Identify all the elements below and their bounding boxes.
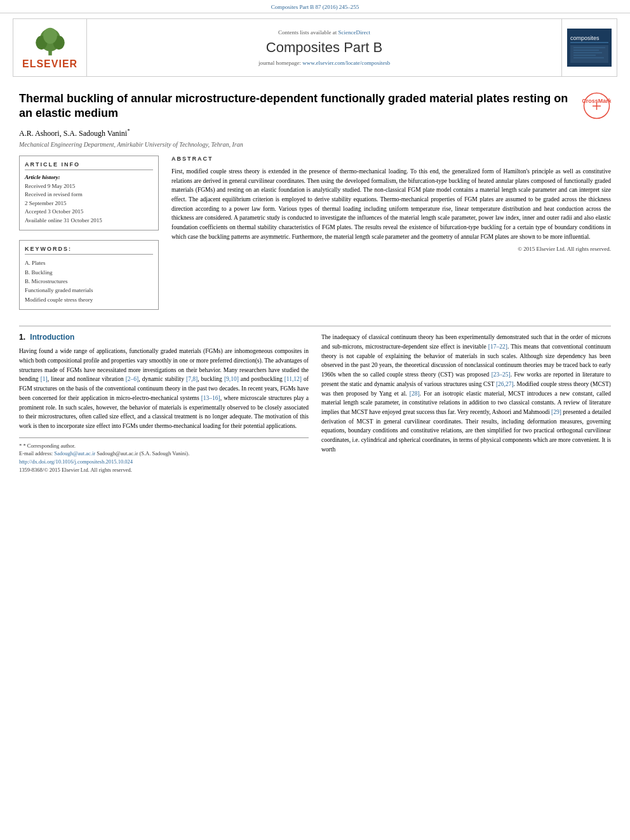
keyword-fgm: Functionally graded materials bbox=[25, 286, 153, 295]
article-info-col: ARTICLE INFO Article history: Received 9… bbox=[19, 156, 159, 310]
keywords-box: Keywords: A. Plates B. Buckling B. Micro… bbox=[19, 240, 159, 310]
ref-29[interactable]: [29] bbox=[551, 409, 561, 415]
doi-link[interactable]: http://dx.doi.org/10.1016/j.compositesb.… bbox=[19, 458, 133, 465]
keyword-buckling: B. Buckling bbox=[25, 268, 153, 277]
footnote-section: * * Corresponding author. E-mail address… bbox=[19, 437, 309, 474]
svg-point-4 bbox=[43, 28, 57, 44]
available-online-date: Available online 31 October 2015 bbox=[25, 217, 153, 225]
homepage-link[interactable]: www.elsevier.com/locate/compositesb bbox=[302, 60, 390, 66]
journal-title: Composites Part B bbox=[266, 39, 382, 56]
revised-form-label: Received in revised form bbox=[25, 190, 153, 199]
keyword-mcst: Modified couple stress theory bbox=[25, 295, 153, 304]
authors-text: A.R. Ashoori, S.A. Sadough Vanini bbox=[19, 129, 127, 138]
abstract-col: ABSTRACT First, modified couple stress t… bbox=[171, 156, 611, 310]
crossmark-icon: CrossMark bbox=[582, 91, 611, 120]
keywords-header: Keywords: bbox=[25, 246, 153, 255]
email-line: E-mail address: Sadough@aut.ac.ir Sadoug… bbox=[19, 450, 309, 458]
ref-23-25[interactable]: [23–25] bbox=[492, 371, 511, 378]
revised-date: 2 September 2015 bbox=[25, 199, 153, 208]
section-divider bbox=[19, 326, 611, 326]
page: Composites Part B 87 (2016) 245–255 ELSE… bbox=[0, 0, 630, 474]
ref-13-16[interactable]: [13–16] bbox=[201, 395, 220, 401]
ref-11-12[interactable]: [11,12] bbox=[285, 376, 302, 382]
issn-line: 1359-8368/© 2015 Elsevier Ltd. All right… bbox=[19, 466, 309, 474]
article-info-abstract-section: ARTICLE INFO Article history: Received 9… bbox=[19, 156, 611, 310]
article-content: Thermal buckling of annular microstructu… bbox=[0, 82, 630, 319]
abstract-text: First, modified couple stress theory is … bbox=[171, 167, 611, 242]
article-info-box: ARTICLE INFO Article history: Received 9… bbox=[19, 156, 159, 231]
introduction-section: 1. Introduction Having found a wide rang… bbox=[0, 333, 630, 474]
email-link[interactable]: Sadough@aut.ac.ir bbox=[54, 450, 95, 457]
introduction-label: Introduction bbox=[30, 333, 74, 342]
introduction-right-text: The inadequacy of classical continuum th… bbox=[321, 333, 611, 454]
abstract-header: ABSTRACT bbox=[171, 156, 611, 162]
received-date: Received 9 May 2015 bbox=[25, 182, 153, 191]
svg-text:composites: composites bbox=[570, 35, 600, 41]
elsevier-logo-area: ELSEVIER bbox=[13, 19, 87, 76]
ref-26-27[interactable]: [26,27] bbox=[496, 381, 514, 387]
ref-28[interactable]: [28] bbox=[410, 390, 420, 397]
introduction-right-col: The inadequacy of classical continuum th… bbox=[321, 333, 611, 474]
composites-logo-area: composites bbox=[561, 19, 617, 76]
article-info-header: ARTICLE INFO bbox=[25, 161, 153, 170]
contents-available-line: Contents lists available at ScienceDirec… bbox=[278, 29, 370, 36]
sciencedirect-link[interactable]: ScienceDirect bbox=[338, 29, 370, 36]
introduction-left-text: Having found a wide range of application… bbox=[19, 347, 309, 430]
journal-homepage-line: journal homepage: www.elsevier.com/locat… bbox=[258, 60, 390, 66]
ref-17-22[interactable]: [17–22] bbox=[488, 343, 507, 350]
journal-reference: Composites Part B 87 (2016) 245–255 bbox=[271, 4, 359, 10]
accepted-date: Accepted 3 October 2015 bbox=[25, 208, 153, 217]
keyword-plates: A. Plates bbox=[25, 258, 153, 267]
introduction-title: 1. Introduction bbox=[19, 333, 309, 342]
introduction-left-col: 1. Introduction Having found a wide rang… bbox=[19, 333, 309, 474]
journal-reference-bar: Composites Part B 87 (2016) 245–255 bbox=[0, 0, 630, 13]
ref-1[interactable]: [1] bbox=[41, 376, 48, 382]
journal-info-center: Contents lists available at ScienceDirec… bbox=[87, 19, 561, 76]
doi-line: http://dx.doi.org/10.1016/j.compositesb.… bbox=[19, 458, 309, 466]
elsevier-tree-icon bbox=[31, 25, 69, 57]
elsevier-logo: ELSEVIER bbox=[22, 25, 77, 70]
composites-logo-graphic: composites bbox=[567, 29, 612, 67]
affiliation-text: Mechanical Engineering Department, Amirk… bbox=[19, 141, 611, 148]
article-title-block: Thermal buckling of annular microstructu… bbox=[19, 91, 611, 121]
journal-header: ELSEVIER Contents lists available at Sci… bbox=[13, 18, 617, 77]
corresponding-author-marker: * bbox=[127, 128, 130, 134]
authors-line: A.R. Ashoori, S.A. Sadough Vanini* bbox=[19, 128, 611, 138]
copyright-text: © 2015 Elsevier Ltd. All rights reserved… bbox=[171, 246, 611, 252]
composites-logo: composites bbox=[567, 29, 612, 67]
ref-9-10[interactable]: [9,10] bbox=[224, 376, 239, 382]
elsevier-text: ELSEVIER bbox=[22, 58, 77, 70]
article-history-label: Article history: bbox=[25, 174, 153, 180]
ref-7-8[interactable]: [7,8] bbox=[186, 376, 198, 382]
article-title: Thermal buckling of annular microstructu… bbox=[19, 92, 568, 119]
ref-2-6[interactable]: [2–6] bbox=[126, 376, 139, 382]
corresponding-author-note: * * Corresponding author. bbox=[19, 442, 309, 450]
keyword-microstructures: B. Microstructures bbox=[25, 277, 153, 286]
